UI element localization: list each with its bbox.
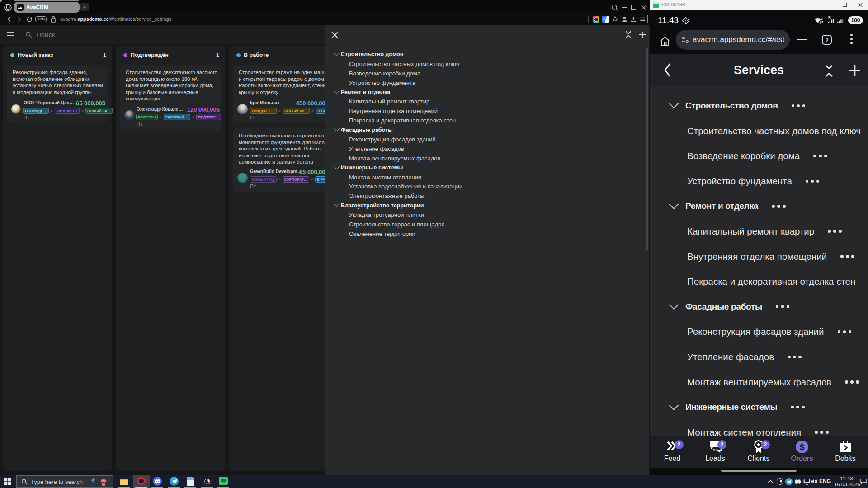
svg-text:6: 6 bbox=[821, 17, 823, 21]
svg-text:$: $ bbox=[800, 442, 805, 452]
